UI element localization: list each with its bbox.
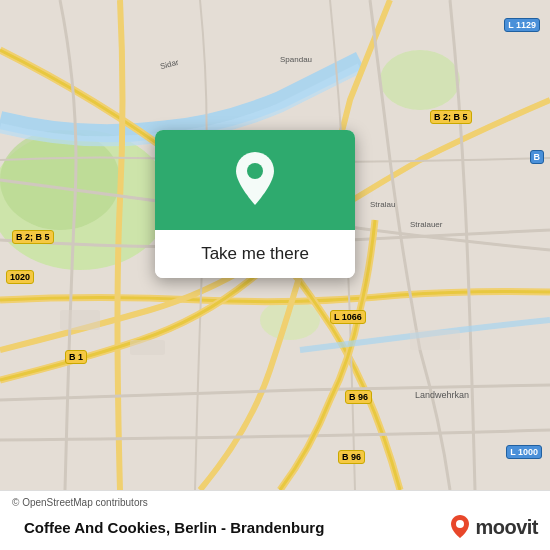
svg-rect-5 <box>60 310 100 330</box>
road-label-B2B5-top: B 2; B 5 <box>430 110 472 124</box>
svg-point-4 <box>380 50 460 110</box>
street-label-stralau: Stralau <box>370 200 395 209</box>
road-label-B96-bottom: B 96 <box>338 450 365 464</box>
road-label-L1066: L 1066 <box>330 310 366 324</box>
copyright-text: © OpenStreetMap contributors <box>12 497 148 508</box>
footer-bar: © OpenStreetMap contributors Coffee And … <box>0 490 550 550</box>
moovit-logo: moovit <box>449 514 538 540</box>
svg-rect-6 <box>130 340 165 355</box>
svg-rect-7 <box>410 330 460 350</box>
location-pin-icon <box>230 150 280 210</box>
road-label-B96: B 96 <box>345 390 372 404</box>
road-label-1020: 1020 <box>6 270 34 284</box>
road-label-B1: B 1 <box>65 350 87 364</box>
location-title: Coffee And Cookies, Berlin - Brandenburg <box>24 519 324 536</box>
moovit-pin-icon <box>449 514 471 540</box>
svg-point-9 <box>456 520 464 528</box>
road-label-L1000: L 1000 <box>506 445 542 459</box>
street-label-spandau: Spandau <box>280 55 312 64</box>
street-label-stralauer: Stralauer <box>410 220 442 229</box>
road-label-B2B5-left: B 2; B 5 <box>12 230 54 244</box>
moovit-text: moovit <box>475 516 538 539</box>
road-label-L1129: L 1129 <box>504 18 540 32</box>
svg-point-8 <box>247 163 263 179</box>
map-container: L 1129 B 2; B 5 B 2; B 5 1020 B 1 L 1066… <box>0 0 550 490</box>
road-label-B-right: B <box>530 150 545 164</box>
popup-icon-area <box>155 130 355 230</box>
take-me-there-button[interactable]: Take me there <box>155 230 355 278</box>
popup-card: Take me there <box>155 130 355 278</box>
street-label-landwehr: Landwehrkan <box>415 390 469 400</box>
